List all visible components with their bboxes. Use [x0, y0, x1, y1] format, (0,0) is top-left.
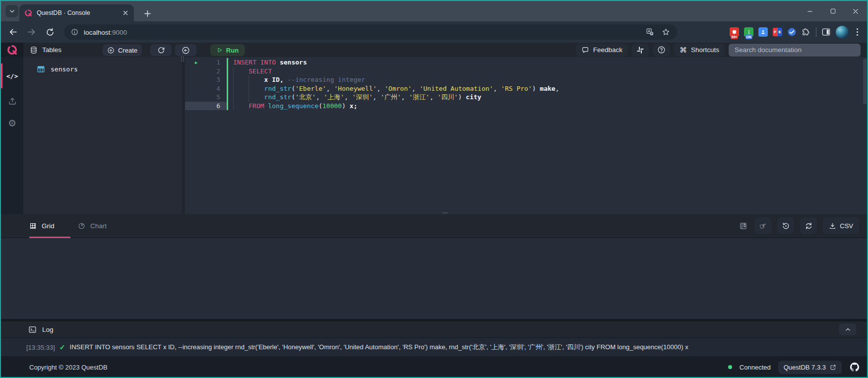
- chevron-up-icon: [845, 326, 851, 333]
- address-bar[interactable]: localhost:9000: [64, 24, 677, 40]
- search-documentation-input[interactable]: [729, 44, 861, 57]
- editor-line[interactable]: ▶1INSERT INTO sensors: [185, 58, 868, 67]
- extension-person-icon[interactable]: [758, 27, 768, 37]
- back-button[interactable]: [5, 24, 21, 40]
- tab-chart[interactable]: Chart: [78, 214, 107, 237]
- forward-button[interactable]: [23, 24, 40, 40]
- extensions-row: 99+ ON FE: [730, 21, 861, 43]
- omnibox-actions: [646, 28, 670, 36]
- version-button[interactable]: QuestDB 7.3.3: [778, 361, 842, 374]
- arrow-left-icon: [8, 27, 18, 37]
- tables-toggle-button[interactable]: Tables: [30, 43, 62, 57]
- shield-glyph: [732, 29, 737, 35]
- editor-line[interactable]: 5rnd_str('北京', '上海', '深圳', '广州', '浙江', '…: [185, 93, 868, 102]
- translate-icon[interactable]: [646, 28, 654, 36]
- panel-layout-button[interactable]: [738, 220, 748, 231]
- code-line-text: FROM long_sequence(10000) x;: [227, 102, 357, 111]
- create-label: Create: [118, 47, 137, 54]
- horizontal-splitter-handle[interactable]: [442, 212, 443, 213]
- arrow-right-icon: [27, 27, 36, 37]
- results-grid-area[interactable]: [1, 238, 867, 319]
- tables-label: Tables: [42, 46, 62, 54]
- url-text: localhost:9000: [84, 28, 127, 37]
- toolbar-divider: [816, 27, 816, 37]
- run-label: Run: [226, 47, 239, 54]
- tables-panel: sensors: [23, 57, 182, 214]
- splitter-drag-handle[interactable]: [181, 57, 182, 58]
- arrow-left-circle-icon: [182, 46, 190, 55]
- console-nav-button[interactable]: </>: [1, 67, 23, 84]
- browser-toolbar: localhost:9000 99+ ON FE: [1, 21, 867, 43]
- feedback-button[interactable]: Feedback: [576, 44, 628, 57]
- shortcuts-button[interactable]: ⌘ Shortcuts: [674, 44, 725, 57]
- extension-check-icon[interactable]: [787, 27, 797, 37]
- results-toolbar: ☞ CSV: [738, 217, 859, 234]
- questdb-logo[interactable]: [1, 43, 23, 57]
- bookmark-star-icon[interactable]: [662, 28, 670, 36]
- refresh-icon: [157, 46, 165, 54]
- settings-nav-button[interactable]: ⚙: [1, 115, 23, 131]
- download-csv-button[interactable]: CSV: [823, 217, 859, 234]
- jump-to-query-button[interactable]: [175, 44, 196, 56]
- create-button[interactable]: Create: [103, 44, 142, 56]
- minimize-icon: [806, 8, 813, 15]
- extension-green-icon[interactable]: ON: [744, 27, 753, 37]
- check-circle-glyph: [787, 27, 797, 37]
- editor-line[interactable]: 6FROM long_sequence(10000) x;: [185, 102, 868, 111]
- log-collapse-button[interactable]: [839, 323, 856, 335]
- reload-button[interactable]: [42, 24, 58, 40]
- run-line-marker-icon[interactable]: ▶: [195, 59, 197, 67]
- play-icon: [217, 47, 223, 53]
- extension-badge: 99+: [731, 35, 739, 39]
- line-number: ▶1: [185, 58, 227, 67]
- table-list-item[interactable]: sensors: [23, 57, 182, 73]
- help-button[interactable]: [653, 44, 670, 57]
- run-query-button[interactable]: Run: [210, 44, 245, 56]
- extension-fe-icon[interactable]: FE: [773, 28, 782, 36]
- tab-close-icon[interactable]: [122, 9, 129, 16]
- url-host: localhost: [84, 29, 110, 36]
- gear-icon: ⚙: [8, 119, 16, 128]
- sql-editor[interactable]: ▶1INSERT INTO sensors2SELECT3x ID, --inc…: [185, 57, 868, 214]
- profile-avatar[interactable]: [836, 26, 849, 39]
- log-header: Log: [1, 321, 867, 337]
- window-minimize-button[interactable]: [799, 1, 821, 21]
- window-controls: [799, 1, 867, 21]
- log-entries: [13:35:33]✓INSERT INTO sensors SELECT x …: [1, 337, 867, 356]
- query-history-button[interactable]: [777, 217, 794, 234]
- side-panel-icon[interactable]: [821, 27, 831, 37]
- github-icon[interactable]: [849, 362, 860, 373]
- extensions-puzzle-icon[interactable]: [802, 27, 811, 37]
- editor-line[interactable]: 2SELECT: [185, 67, 868, 76]
- extension-adblock-icon[interactable]: 99+: [730, 27, 739, 37]
- panel-layout-icon: [739, 222, 747, 230]
- vertical-splitter[interactable]: [182, 57, 185, 214]
- window-maximize-button[interactable]: [821, 1, 844, 21]
- close-icon: [852, 8, 859, 15]
- tab-grid-label: Grid: [42, 222, 55, 230]
- tab-grid[interactable]: Grid: [29, 214, 55, 237]
- editor-line[interactable]: 4rnd_str('Eberle', 'Honeywell', 'Omron',…: [185, 84, 868, 93]
- footer: Copyright © 2023 QuestDB Connected Quest…: [1, 356, 867, 378]
- refresh-icon: [805, 222, 813, 230]
- site-info-icon[interactable]: [71, 28, 78, 36]
- pointer-mode-button[interactable]: ☞: [754, 217, 771, 234]
- refresh-data-button[interactable]: [800, 217, 817, 234]
- browser-tab[interactable]: QuestDB · Console: [19, 4, 134, 21]
- slack-button[interactable]: [632, 44, 649, 57]
- editor-line[interactable]: 3x ID, --increasing integer: [185, 75, 868, 84]
- line-number: 2: [185, 67, 227, 76]
- refresh-tables-button[interactable]: [150, 44, 172, 56]
- shortcuts-label: Shortcuts: [691, 46, 719, 54]
- line-number: 3: [185, 75, 227, 84]
- window-close-button[interactable]: [844, 1, 867, 21]
- browser-tab-strip: QuestDB · Console: [1, 1, 867, 21]
- nav-right-group: Feedback ⌘ Shortcuts: [576, 43, 861, 57]
- browser-menu-button[interactable]: [854, 28, 861, 36]
- editor-scrollbar[interactable]: [863, 59, 867, 104]
- questdb-favicon: [24, 9, 32, 17]
- tab-search-button[interactable]: [5, 5, 18, 17]
- version-label: QuestDB 7.3.3: [784, 364, 826, 371]
- import-nav-button[interactable]: [1, 93, 23, 110]
- new-tab-button[interactable]: [140, 6, 154, 20]
